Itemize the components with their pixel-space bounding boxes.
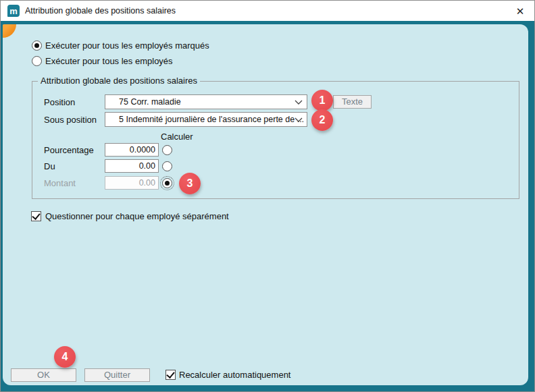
annotation-badge-1: 1 — [311, 90, 333, 111]
dialog-window: m Attribution globale des positions sala… — [0, 0, 535, 392]
radio-run-marked-label: Exécuter pour tous les employés marqués — [45, 40, 209, 51]
montant-input[interactable] — [105, 176, 159, 190]
window-title: Attribution globale des positions salair… — [25, 1, 176, 21]
checkbox-ask-each-label: Questionner pour chaque employé séparéme… — [45, 211, 229, 221]
checkbox-ask-each-employee[interactable] — [31, 211, 41, 221]
pourcentage-label: Pourcentage — [44, 145, 94, 155]
montant-label: Montant — [44, 178, 76, 188]
du-label: Du — [44, 161, 55, 171]
sous-position-label: Sous position — [44, 115, 97, 125]
annotation-badge-4: 4 — [54, 346, 76, 368]
radio-calc-du[interactable] — [162, 161, 172, 171]
position-dropdown-value: 75 Corr. maladie — [119, 97, 181, 107]
chevron-down-icon — [295, 100, 303, 105]
title-bar: m Attribution globale des positions sala… — [1, 1, 534, 21]
chevron-down-icon — [295, 117, 303, 123]
texte-button[interactable]: Texte — [333, 95, 372, 109]
radio-run-all-label: Exécuter pour tous les employés — [45, 56, 173, 66]
position-dropdown[interactable]: 75 Corr. maladie — [105, 94, 307, 109]
app-logo-icon: m — [7, 5, 20, 17]
annotation-badge-3: 3 — [179, 173, 201, 194]
du-input[interactable] — [105, 159, 159, 173]
groupbox-title: Attribution globale des positions salair… — [38, 76, 200, 86]
sous-position-dropdown-value: 5 Indemnité journalière de l'assurance p… — [119, 115, 304, 124]
radio-run-all-employees[interactable] — [32, 56, 42, 66]
close-icon[interactable]: ✕ — [511, 3, 529, 20]
checkbox-recalculate-label: Recalculer automatiquement — [179, 370, 290, 380]
position-label: Position — [44, 97, 75, 107]
checkbox-recalculate-auto[interactable] — [165, 370, 176, 380]
pourcentage-input[interactable] — [105, 143, 159, 157]
sous-position-dropdown[interactable]: 5 Indemnité journalière de l'assurance p… — [105, 112, 307, 127]
annotation-badge-2: 2 — [311, 109, 333, 131]
radio-calc-pourcentage[interactable] — [162, 145, 172, 155]
quitter-button[interactable]: Quitter — [84, 368, 150, 382]
ok-button[interactable]: OK — [11, 368, 76, 382]
radio-run-marked-employees[interactable] — [32, 40, 42, 51]
calculer-column-label: Calculer — [161, 132, 193, 142]
radio-calc-montant[interactable] — [162, 178, 172, 188]
